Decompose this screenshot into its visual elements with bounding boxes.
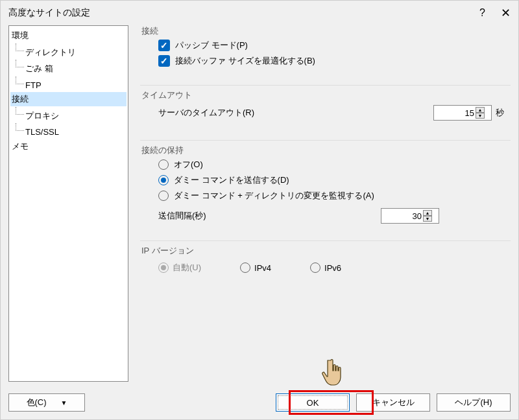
titlebar: 高度なサイトの設定 ? ✕ <box>1 1 518 25</box>
tree-ftp[interactable]: FTP <box>10 76 127 93</box>
label-ip-auto: 自動(U) <box>173 262 201 274</box>
input-server-timeout[interactable] <box>437 108 474 118</box>
row-optimize-buffer: 接続バッファ サイズを最適化する(B) <box>158 55 504 67</box>
radio-keepalive-off[interactable] <box>158 159 169 170</box>
help-icon[interactable]: ? <box>479 7 485 19</box>
spin-up-icon[interactable]: ▲ <box>423 210 432 216</box>
titlebar-buttons: ? ✕ <box>479 6 511 20</box>
group-connection: 接続 パッシブ モード(P) 接続バッファ サイズを最適化する(B) <box>140 27 511 77</box>
group-ipversion: IP バージョン 自動(U) IPv4 IPv6 <box>140 246 511 283</box>
radio-keepalive-dummydir[interactable] <box>158 191 169 201</box>
tree-connection[interactable]: 接続 <box>10 92 127 106</box>
group-timeout-label: タイムアウト <box>140 89 193 101</box>
opt-ip-auto: 自動(U) <box>158 262 201 274</box>
chevron-down-icon: ▼ <box>61 399 67 406</box>
radio-ipv6[interactable] <box>310 262 320 273</box>
label-optimize-buffer[interactable]: 接続バッファ サイズを最適化する(B) <box>175 55 315 67</box>
row-keepalive-dummy: ダミー コマンドを送信する(D) <box>158 174 504 186</box>
window-title: 高度なサイトの設定 <box>8 7 90 19</box>
radio-keepalive-dummy[interactable] <box>158 175 169 185</box>
footer: 色(C) ▼ OK キャンセル ヘルプ(H) <box>8 393 511 412</box>
label-keepalive-off[interactable]: オフ(O) <box>174 159 203 170</box>
group-connection-label: 接続 <box>140 25 160 37</box>
row-keepalive-dummydir: ダミー コマンド + ディレクトリの変更を監視する(A) <box>158 190 504 202</box>
tree-proxy[interactable]: プロキシ <box>10 106 127 123</box>
color-button[interactable]: 色(C) ▼ <box>8 393 85 412</box>
advanced-site-settings-dialog: 高度なサイトの設定 ? ✕ 環境 ディレクトリ ごみ 箱 FTP 接続 プロキシ… <box>0 0 519 420</box>
cancel-button[interactable]: キャンセル <box>356 393 430 412</box>
close-icon[interactable]: ✕ <box>501 6 511 20</box>
label-keepalive-dummydir[interactable]: ダミー コマンド + ディレクトリの変更を監視する(A) <box>174 190 374 202</box>
opt-ipv4: IPv4 <box>240 262 271 273</box>
opt-ipv6: IPv6 <box>310 262 341 273</box>
spin-up-icon[interactable]: ▲ <box>476 107 485 113</box>
spin-buttons-timeout: ▲ ▼ <box>476 107 485 119</box>
help-button[interactable]: ヘルプ(H) <box>437 393 511 412</box>
group-keepalive-label: 接続の保持 <box>140 145 185 156</box>
group-timeout: タイムアウト サーバのタイムアウト(R) ▲ ▼ 秒 <box>140 91 511 132</box>
separator <box>140 140 511 141</box>
spinner-server-timeout: ▲ ▼ <box>433 105 492 121</box>
label-server-timeout: サーバのタイムアウト(R) <box>158 107 254 119</box>
tree-environment[interactable]: 環境 <box>10 29 127 43</box>
main-panel: 接続 パッシブ モード(P) 接続バッファ サイズを最適化する(B) タイムアウ… <box>140 25 511 382</box>
footer-buttons: OK キャンセル ヘルプ(H) <box>276 393 511 412</box>
input-send-interval[interactable] <box>384 211 422 221</box>
radio-ip-auto <box>158 262 169 273</box>
spin-down-icon[interactable]: ▼ <box>423 216 432 222</box>
ok-button[interactable]: OK <box>276 393 350 412</box>
group-ipversion-label: IP バージョン <box>140 245 195 257</box>
unit-seconds: 秒 <box>496 107 504 119</box>
separator <box>140 240 511 241</box>
label-ipv6[interactable]: IPv6 <box>324 263 341 273</box>
row-send-interval: 送信間隔(秒) ▲ ▼ <box>158 208 504 224</box>
tree-trash[interactable]: ごみ 箱 <box>10 59 127 76</box>
tree-directory[interactable]: ディレクトリ <box>10 43 127 60</box>
nav-tree[interactable]: 環境 ディレクトリ ごみ 箱 FTP 接続 プロキシ TLS/SSL メモ <box>8 25 128 382</box>
tree-tlsssl[interactable]: TLS/SSL <box>10 122 127 139</box>
label-ipv4[interactable]: IPv4 <box>254 263 271 273</box>
group-keepalive: 接続の保持 オフ(O) ダミー コマンドを送信する(D) ダミー コマンド + … <box>140 146 511 233</box>
label-send-interval: 送信間隔(秒) <box>158 210 206 222</box>
separator <box>140 85 511 86</box>
spin-buttons-interval: ▲ ▼ <box>423 210 432 222</box>
row-ipversion: 自動(U) IPv4 IPv6 <box>158 262 504 274</box>
label-keepalive-dummy[interactable]: ダミー コマンドを送信する(D) <box>174 174 289 186</box>
label-passive[interactable]: パッシブ モード(P) <box>175 40 248 51</box>
spinner-send-interval: ▲ ▼ <box>381 208 439 224</box>
row-passive: パッシブ モード(P) <box>158 40 504 51</box>
row-server-timeout: サーバのタイムアウト(R) ▲ ▼ 秒 <box>158 105 504 121</box>
tree-memo[interactable]: メモ <box>10 139 127 154</box>
radio-ipv4[interactable] <box>240 262 250 273</box>
checkbox-passive[interactable] <box>158 40 170 51</box>
dialog-body: 環境 ディレクトリ ごみ 箱 FTP 接続 プロキシ TLS/SSL メモ 接続… <box>1 25 518 382</box>
color-button-label: 色(C) <box>27 397 47 408</box>
row-keepalive-off: オフ(O) <box>158 159 504 170</box>
spin-down-icon[interactable]: ▼ <box>476 113 485 119</box>
checkbox-optimize-buffer[interactable] <box>158 55 170 67</box>
